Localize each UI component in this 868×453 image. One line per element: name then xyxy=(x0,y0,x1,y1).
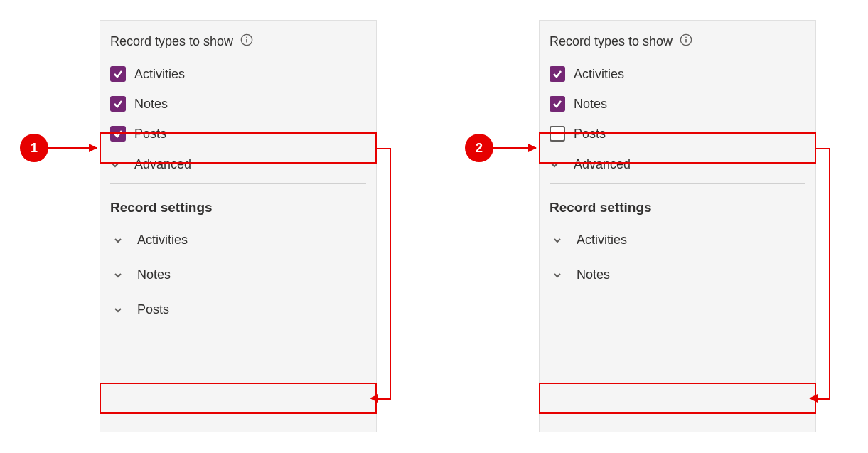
divider xyxy=(550,183,805,184)
checkbox-label: Activities xyxy=(574,67,624,82)
settings-posts-expander[interactable]: Posts xyxy=(100,292,376,327)
checkbox-activities[interactable] xyxy=(110,66,126,82)
annotation-connector-left-vertical xyxy=(390,148,391,398)
advanced-expander[interactable]: Advanced xyxy=(540,149,815,181)
annotation-arrowhead-left-bottom xyxy=(370,394,378,403)
settings-panel-left: Record types to show Activities Notes Po… xyxy=(100,20,377,432)
divider xyxy=(110,183,366,184)
checkbox-label: Posts xyxy=(574,127,606,142)
checkbox-row-posts[interactable]: Posts xyxy=(100,119,376,149)
checkbox-row-notes[interactable]: Notes xyxy=(100,89,376,119)
svg-point-5 xyxy=(685,37,687,38)
checkbox-label: Notes xyxy=(134,97,168,112)
annotation-arrowhead-right-bottom xyxy=(809,394,818,403)
advanced-label: Advanced xyxy=(571,157,631,172)
advanced-label: Advanced xyxy=(132,157,191,172)
checkbox-posts[interactable] xyxy=(550,126,565,142)
checkbox-row-activities[interactable]: Activities xyxy=(540,59,815,89)
chevron-down-icon xyxy=(550,160,559,170)
annotation-connector-left-bottom xyxy=(377,398,391,400)
record-types-header: Record types to show xyxy=(540,21,815,59)
checkbox-label: Posts xyxy=(134,127,166,142)
chevron-down-icon xyxy=(113,270,123,280)
expander-label: Posts xyxy=(134,302,169,317)
checkbox-row-activities[interactable]: Activities xyxy=(100,59,376,89)
settings-activities-expander[interactable]: Activities xyxy=(100,223,376,257)
checkbox-activities[interactable] xyxy=(550,66,565,82)
chevron-down-icon xyxy=(113,305,123,315)
advanced-expander[interactable]: Advanced xyxy=(100,149,376,181)
record-types-title: Record types to show xyxy=(110,34,233,49)
checkbox-label: Activities xyxy=(134,67,185,82)
annotation-callout-2: 2 xyxy=(465,134,493,162)
chevron-down-icon xyxy=(552,270,562,280)
settings-activities-expander[interactable]: Activities xyxy=(540,223,815,257)
record-types-title: Record types to show xyxy=(550,34,673,49)
settings-notes-expander[interactable]: Notes xyxy=(540,257,815,292)
chevron-down-icon xyxy=(110,160,120,170)
checkbox-label: Notes xyxy=(574,97,607,112)
annotation-arrow-2 xyxy=(493,147,536,149)
annotation-arrow-1 xyxy=(48,147,97,149)
checkbox-notes[interactable] xyxy=(110,96,126,112)
record-types-header: Record types to show xyxy=(100,21,376,59)
annotation-connector-right-bottom xyxy=(816,398,830,400)
checkbox-row-notes[interactable]: Notes xyxy=(540,89,815,119)
annotation-connector-right-vertical xyxy=(829,148,830,398)
expander-label: Activities xyxy=(134,233,188,247)
checkbox-row-posts[interactable]: Posts xyxy=(540,119,815,149)
settings-panel-right: Record types to show Activities Notes Po… xyxy=(539,20,816,432)
annotation-callout-1: 1 xyxy=(20,134,48,162)
annotation-connector-right-top xyxy=(816,148,830,149)
info-icon[interactable] xyxy=(240,33,253,49)
expander-label: Notes xyxy=(134,267,171,282)
settings-notes-expander[interactable]: Notes xyxy=(100,257,376,292)
info-icon[interactable] xyxy=(680,33,692,49)
svg-point-2 xyxy=(246,37,247,38)
checkbox-notes[interactable] xyxy=(550,96,565,112)
expander-label: Activities xyxy=(574,233,627,247)
record-settings-heading: Record settings xyxy=(100,187,376,223)
record-settings-heading: Record settings xyxy=(540,187,815,223)
annotation-connector-left-top xyxy=(377,148,391,149)
expander-label: Notes xyxy=(574,267,610,282)
chevron-down-icon xyxy=(552,235,562,245)
checkbox-posts[interactable] xyxy=(110,126,126,142)
chevron-down-icon xyxy=(113,235,123,245)
